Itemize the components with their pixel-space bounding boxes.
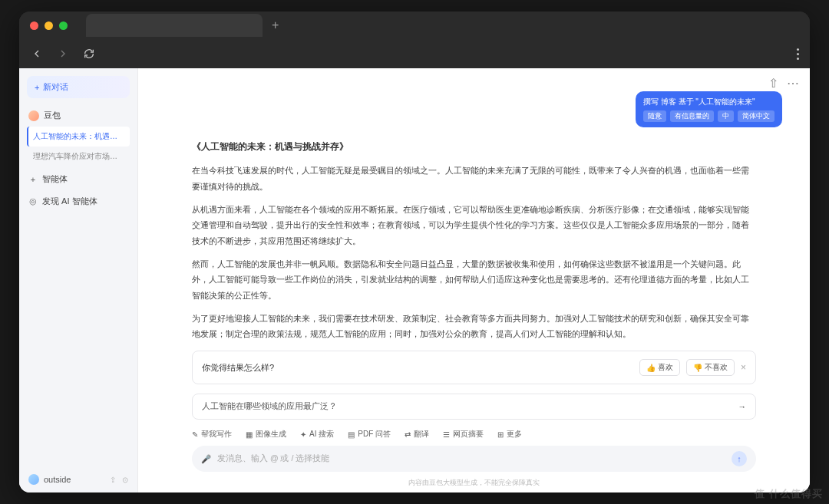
avatar-icon bbox=[28, 110, 39, 121]
new-chat-button[interactable]: + 新对话 bbox=[27, 76, 130, 98]
maximize-window-button[interactable] bbox=[59, 21, 68, 30]
tool-summary[interactable]: ☰ 网页摘要 bbox=[443, 429, 484, 440]
watermark: 值 什么值得买 bbox=[755, 487, 823, 501]
tab-strip: + bbox=[86, 14, 799, 37]
browser-tab[interactable] bbox=[86, 14, 263, 37]
app-container: + 新对话 豆包 人工智能的未来：机遇与挑... 理想汽车降价应对市场变化 + … bbox=[19, 68, 810, 492]
like-button[interactable]: 👍 喜欢 bbox=[639, 359, 680, 376]
titlebar: + bbox=[19, 12, 810, 39]
tool-image[interactable]: ▦ 图像生成 bbox=[246, 429, 286, 440]
tool-more[interactable]: ⊞ 更多 bbox=[497, 429, 522, 440]
new-chat-label: 新对话 bbox=[43, 81, 68, 93]
share-icon[interactable]: ⇪ bbox=[110, 476, 116, 484]
close-feedback-button[interactable]: × bbox=[741, 362, 746, 373]
minimize-window-button[interactable] bbox=[45, 21, 53, 30]
back-button[interactable] bbox=[30, 47, 44, 61]
user-name: 豆包 bbox=[44, 110, 61, 121]
forward-button[interactable] bbox=[56, 47, 70, 61]
sidebar-footer: outside ⇪ ⊙ bbox=[19, 466, 137, 492]
discover-label: 发现 AI 智能体 bbox=[42, 196, 97, 207]
tool-search[interactable]: ✦ AI 搜索 bbox=[300, 429, 334, 440]
article-paragraph: 从机遇方面来看，人工智能在各个领域的应用不断拓展。在医疗领域，它可以帮助医生更准… bbox=[192, 202, 756, 249]
settings-icon[interactable]: ⊙ bbox=[122, 476, 128, 484]
conversation-item[interactable]: 理想汽车降价应对市场变化 bbox=[27, 147, 130, 166]
prompt-tag: 有信息量的 bbox=[670, 110, 714, 122]
prompt-tags: 随意 有信息量的 中 简体中文 bbox=[643, 110, 775, 122]
suggestion-text: 人工智能在哪些领域的应用最广泛？ bbox=[202, 401, 337, 412]
footer-user: outside bbox=[44, 475, 71, 484]
disclaimer-text: 内容由豆包大模型生成，不能完全保障真实 bbox=[138, 476, 810, 492]
close-window-button[interactable] bbox=[30, 21, 38, 30]
dislike-button[interactable]: 👎 不喜欢 bbox=[686, 359, 735, 376]
user-prompt-bubble: 撰写 博客 基于 "人工智能的未来" 随意 有信息量的 中 简体中文 bbox=[636, 91, 782, 127]
chat-input-container: 🎤 发消息、输入 @ 或 / 选择技能 ↑ bbox=[192, 446, 756, 472]
agents-label: 智能体 bbox=[42, 173, 68, 185]
article-paragraph: 然而，人工智能的发展也并非一帆风顺。数据隐私和安全问题日益凸显，大量的数据被收集… bbox=[192, 256, 756, 303]
sidebar-item-discover[interactable]: ◎ 发现 AI 智能体 bbox=[19, 190, 137, 212]
send-button[interactable]: ↑ bbox=[732, 451, 747, 466]
suggestion-chip[interactable]: 人工智能在哪些领域的应用最广泛？ → bbox=[192, 394, 756, 420]
plus-small-icon: + bbox=[28, 175, 38, 184]
tool-pdf[interactable]: ▤ PDF 问答 bbox=[348, 429, 391, 440]
new-tab-button[interactable]: + bbox=[272, 18, 279, 32]
tools-toolbar: ✎ 帮我写作 ▦ 图像生成 ✦ AI 搜索 ▤ PDF 问答 ⇄ 翻译 ☰ 网页… bbox=[192, 429, 756, 440]
conversation-item-active[interactable]: 人工智能的未来：机遇与挑... bbox=[27, 127, 130, 147]
article-response: 《人工智能的未来：机遇与挑战并存》 在当今科技飞速发展的时代，人工智能无疑是最受… bbox=[138, 127, 810, 346]
browser-window: + + 新对话 豆包 人工智能的未来：机遇与挑... bbox=[19, 12, 810, 492]
more-button[interactable]: ⋯ bbox=[787, 76, 798, 87]
feedback-card: 你觉得结果怎么样? 👍 喜欢 👎 不喜欢 × bbox=[192, 351, 756, 384]
article-paragraph: 在当今科技飞速发展的时代，人工智能无疑是最受瞩目的领域之一。人工智能的未来充满了… bbox=[192, 163, 756, 194]
reload-button[interactable] bbox=[82, 47, 96, 61]
tool-write[interactable]: ✎ 帮我写作 bbox=[192, 429, 232, 440]
article-title: 《人工智能的未来：机遇与挑战并存》 bbox=[192, 138, 756, 155]
share-button[interactable]: ⇧ bbox=[768, 76, 779, 87]
prompt-tag: 简体中文 bbox=[738, 110, 775, 122]
prompt-text: 撰写 博客 基于 "人工智能的未来" bbox=[643, 97, 775, 107]
browser-menu-button[interactable] bbox=[797, 48, 799, 60]
main-panel: ⇧ ⋯ 撰写 博客 基于 "人工智能的未来" 随意 有信息量的 中 简体中文 《… bbox=[138, 68, 810, 492]
prompt-tag: 随意 bbox=[643, 110, 666, 122]
navbar bbox=[19, 39, 810, 68]
chat-input[interactable]: 发消息、输入 @ 或 / 选择技能 bbox=[217, 453, 725, 464]
mic-icon[interactable]: 🎤 bbox=[201, 454, 211, 464]
article-paragraph: 为了更好地迎接人工智能的未来，我们需要在技术研发、政策制定、社会教育等多方面共同… bbox=[192, 311, 756, 342]
feedback-question: 你觉得结果怎么样? bbox=[202, 362, 274, 374]
compass-icon: ◎ bbox=[28, 196, 38, 206]
footer-avatar-icon bbox=[28, 474, 39, 485]
tool-translate[interactable]: ⇄ 翻译 bbox=[405, 429, 429, 440]
arrow-right-icon: → bbox=[738, 402, 747, 411]
plus-icon: + bbox=[35, 83, 39, 92]
sidebar: + 新对话 豆包 人工智能的未来：机遇与挑... 理想汽车降价应对市场变化 + … bbox=[19, 68, 138, 492]
sidebar-user[interactable]: 豆包 bbox=[27, 104, 130, 127]
prompt-tag: 中 bbox=[718, 110, 734, 122]
sidebar-item-agents[interactable]: + 智能体 bbox=[19, 168, 137, 190]
